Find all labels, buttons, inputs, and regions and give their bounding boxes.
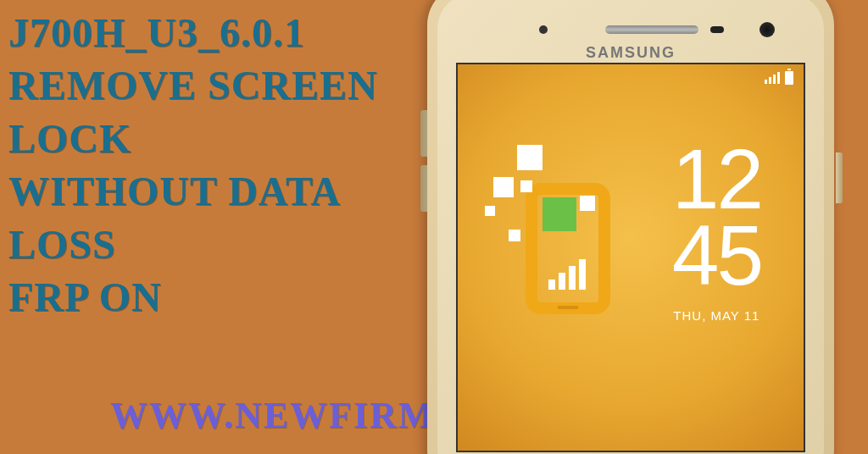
pixel-icon: [580, 196, 595, 211]
clock-date: THU, MAY 11: [672, 308, 761, 323]
promo-text: J700H_U3_6.0.1 REMOVE SCREEN LOCK WITHOU…: [8, 7, 378, 324]
promo-line-6: FRP ON: [8, 271, 378, 324]
pixel-icon: [509, 230, 520, 241]
pixel-icon: [517, 145, 542, 170]
pixel-icon: [485, 206, 495, 216]
widget-graphic: [476, 136, 629, 323]
signal-bars-icon: [548, 259, 586, 290]
promo-line-5: LOSS: [8, 219, 378, 271]
promo-line-1: J700H_U3_6.0.1: [8, 7, 378, 59]
green-square-icon: [542, 197, 576, 231]
battery-icon: [785, 71, 793, 85]
speaker-grill: [605, 25, 698, 34]
clock-hours: 12: [672, 141, 761, 217]
pixel-icon: [520, 180, 532, 192]
promo-line-4: WITHOUT DATA: [8, 165, 378, 218]
volume-down-button: [420, 165, 427, 212]
volume-up-button: [420, 110, 427, 157]
phone-screen: 12 45 THU, MAY 11: [456, 63, 805, 452]
status-bar: [765, 71, 793, 85]
pixel-icon: [493, 177, 514, 197]
power-button: [836, 152, 843, 203]
lock-screen-clock: 12 45 THU, MAY 11: [672, 141, 761, 323]
promo-line-2: REMOVE SCREEN: [8, 59, 378, 112]
brand-label: SAMSUNG: [586, 44, 676, 62]
front-camera-icon: [760, 22, 775, 37]
promo-line-3: LOCK: [8, 113, 378, 165]
proximity-sensor: [710, 26, 724, 33]
clock-minutes: 45: [672, 217, 761, 293]
signal-icon: [765, 72, 780, 84]
sensor-icon: [539, 25, 548, 34]
phone-mockup: SAMSUNG 12 45 THU, MAY 11: [393, 0, 868, 454]
phone-top-bar: SAMSUNG: [444, 0, 817, 59]
